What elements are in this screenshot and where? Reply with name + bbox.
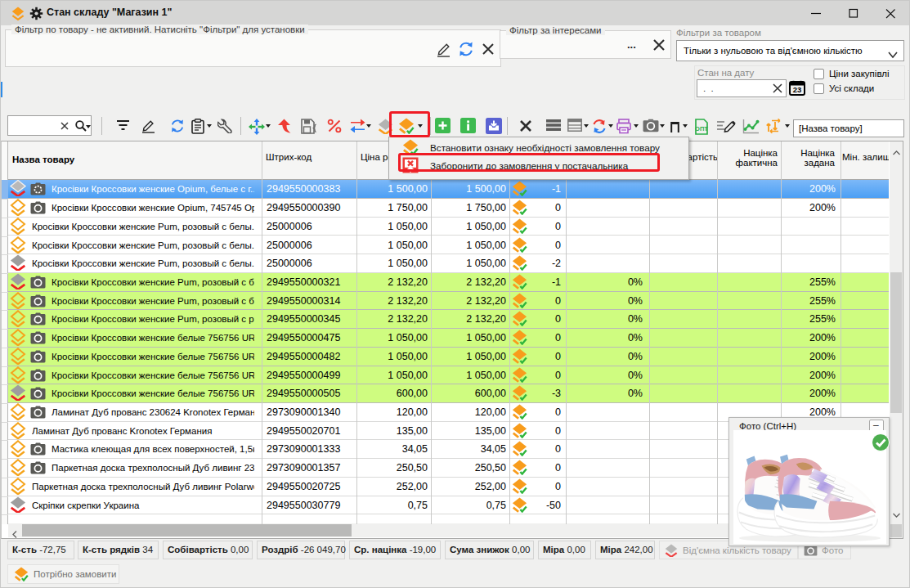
svg-text:23: 23 [793, 85, 802, 94]
svg-text:ОПТ: ОПТ [695, 125, 708, 132]
